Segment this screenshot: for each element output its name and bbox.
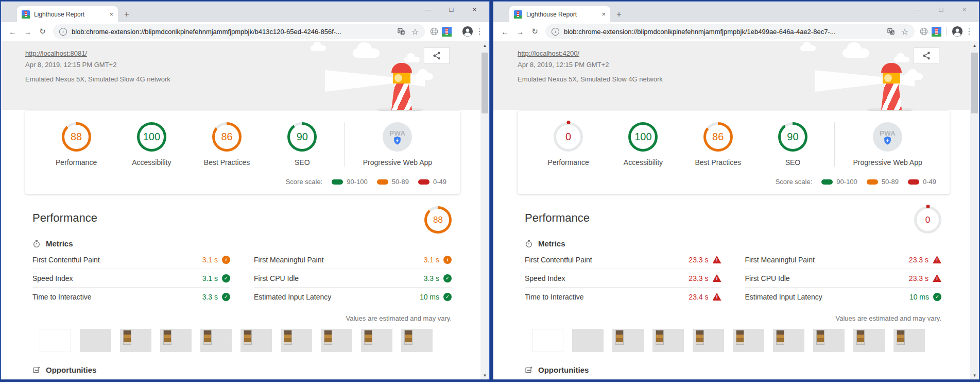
lighthouse-extension-icon[interactable] [441,27,452,37]
metric-row: First Contentful Paint23.3 s [525,251,721,269]
reload-button[interactable]: ↻ [36,27,49,36]
browser-menu-icon[interactable]: ⋮ [964,27,974,36]
browser-tab[interactable]: Lighthouse Report × [17,6,118,22]
score-item-performance[interactable]: 0 Performance [531,122,606,167]
score-item-accessibility[interactable]: 100 Accessibility [606,122,680,167]
title-bar: Lighthouse Report × + — □ × [493,2,979,22]
profile-avatar[interactable] [952,25,963,38]
estimate-note: Values are estimated and may vary. [32,314,452,322]
score-label: SEO [785,158,801,167]
bookmark-star-icon[interactable]: ☆ [901,27,908,37]
maximize-button[interactable]: □ [930,3,953,17]
back-button[interactable]: ← [498,27,512,36]
score-item-seo[interactable]: 90 SEO [755,122,830,167]
report-page-url[interactable]: http://localhost:4200/ [518,49,579,57]
browser-toolbar: ← → ↻ i blob:chrome-extension://blipmdco… [1,22,489,41]
new-tab-button[interactable]: + [124,10,129,19]
metric-row: Speed Index23.3 s [525,269,721,288]
estimate-note: Values are estimated and may vary. [525,314,941,322]
scroll-down-icon[interactable]: ▼ [973,371,977,379]
share-button[interactable] [424,47,450,64]
performance-score-gauge: 0 [914,206,941,234]
lighthouse-illustration [807,60,921,110]
filmstrip-thumbnail [361,329,392,352]
page-info-icon[interactable]: i [552,28,559,36]
score-item-seo[interactable]: 90 SEO [265,122,340,167]
scroll-up-icon[interactable]: ▲ [483,41,487,49]
page-info-icon[interactable]: i [59,28,67,36]
scrollbar[interactable]: ▲ ▼ [480,41,489,379]
forward-button[interactable]: → [21,27,35,36]
metric-status-icon [933,293,941,301]
browser-tab[interactable]: Lighthouse Report × [509,6,610,22]
lighthouse-dome [391,63,412,73]
extension-globe-icon[interactable] [428,27,440,36]
url-text: blob:chrome-extension://blipmdconlkpinef… [72,28,391,36]
address-bar[interactable]: i blob:chrome-extension://blipmdconlkpin… [545,24,915,39]
metric-row: First CPU Idle3.3 s [254,269,452,288]
metrics-grid: First Contentful Paint3.1 s First Meanin… [32,251,452,306]
score-scale-label: Score scale: [776,178,813,186]
lighthouse-lamp [393,73,410,84]
score-item-performance[interactable]: 88 Performance [39,122,114,167]
scroll-down-icon[interactable]: ▼ [483,371,487,379]
new-tab-button[interactable]: + [616,10,622,19]
filmstrip-thumbnail [321,329,352,352]
maximize-button[interactable]: □ [440,3,463,17]
score-scale-range-good: 90-100 [332,178,367,186]
reload-button[interactable]: ↻ [528,27,542,36]
metric-row: First Contentful Paint3.1 s [32,251,230,269]
browser-window-right: Lighthouse Report × + — □ × ← → ↻ i blob… [493,2,979,379]
red-range-pill [418,179,429,185]
scrollbar[interactable]: ▲ ▼ [970,41,979,379]
section-title: Performance [525,211,590,225]
close-button[interactable]: × [463,3,486,17]
score-label: Accessibility [132,158,171,167]
toolbar-separator [457,27,457,36]
forward-button[interactable]: → [513,27,527,36]
scroll-up-icon[interactable]: ▲ [973,41,977,49]
scrollbar-thumb[interactable] [971,53,978,113]
score-gauge: 100 [628,122,658,152]
window-controls: — □ × [906,3,976,17]
score-item-pwa[interactable]: PWA Progressive Web App [349,122,446,167]
lighthouse-extension-icon[interactable] [931,27,942,37]
tab-close-icon[interactable]: × [601,11,606,18]
filmstrip-thumbnail [612,329,644,352]
browser-window-left: Lighthouse Report × + — □ × ← → ↻ i blob… [1,2,489,379]
cloud-graphic [843,48,869,58]
score-label: SEO [295,158,310,167]
score-scale: Score scale: 90-100 50-89 0-49 [531,178,936,186]
score-scale-range-good: 90-100 [821,178,857,186]
tab-close-icon[interactable]: × [109,11,113,18]
score-gauge: 90 [287,122,317,152]
share-button[interactable] [914,47,939,64]
metric-status-icon [443,274,452,283]
translate-icon[interactable] [885,27,897,36]
extension-globe-icon[interactable] [918,27,930,36]
bookmark-star-icon[interactable]: ☆ [411,27,419,37]
browser-menu-icon[interactable]: ⋮ [474,27,485,36]
profile-avatar[interactable] [462,25,473,38]
minimize-button[interactable]: — [417,3,440,17]
lighthouse-tower [881,84,902,110]
score-item-best-practices[interactable]: 86 Best Practices [681,122,755,167]
performance-section-header: Performance 0 [525,207,941,231]
score-item-pwa[interactable]: PWA Progressive Web App [839,122,936,167]
score-gauge: 88 [62,122,91,152]
performance-score-gauge: 88 [424,206,452,234]
score-label: Progressive Web App [853,158,922,167]
translate-icon[interactable] [396,27,407,36]
back-button[interactable]: ← [6,27,20,36]
filmstrip-thumbnail [693,329,724,352]
score-item-best-practices[interactable]: 86 Best Practices [189,122,264,167]
metric-row: First Meaningful Paint23.3 s [745,251,942,269]
score-summary-card: 88 Performance 100 Accessibility 86 Best… [25,111,460,194]
minimize-button[interactable]: — [906,3,930,17]
address-bar[interactable]: i blob:chrome-extension://blipmdconlkpin… [53,24,425,39]
score-item-accessibility[interactable]: 100 Accessibility [114,122,189,167]
close-button[interactable]: × [953,3,976,17]
scrollbar-thumb[interactable] [482,53,488,113]
report-page-url[interactable]: http://localhost:8081/ [25,49,87,57]
red-range-pill [908,179,919,185]
